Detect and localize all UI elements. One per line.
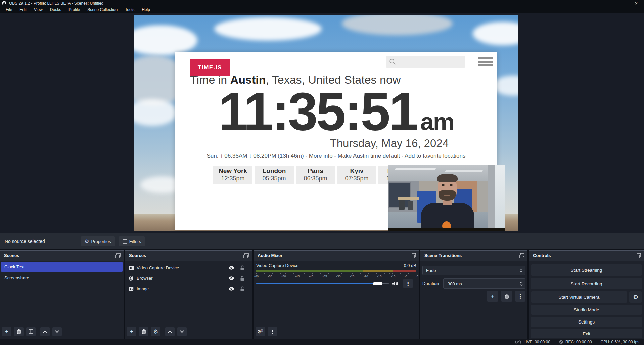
spin-up-icon[interactable] <box>520 281 523 283</box>
move-scene-up-button[interactable] <box>40 327 50 336</box>
audio-mixer-toolbar: ⚙⚙ ⋮ <box>254 325 419 339</box>
person-eye <box>442 184 445 186</box>
gear-icon: ⚙ <box>261 329 264 332</box>
mixer-menu-button[interactable]: ⋮ <box>268 327 277 336</box>
move-source-down-button[interactable] <box>177 327 187 336</box>
start-virtual-camera-button[interactable]: Start Virtual Camera <box>531 291 627 303</box>
chevron-up-icon <box>520 268 522 270</box>
move-scene-down-button[interactable] <box>52 327 62 336</box>
maximize-button[interactable] <box>613 0 629 6</box>
popout-icon[interactable] <box>519 253 525 259</box>
source-row-browser[interactable]: Browser <box>125 273 252 283</box>
start-recording-button[interactable]: Start Recording <box>531 278 642 289</box>
popout-icon[interactable] <box>243 253 249 259</box>
studio-mode-button[interactable]: Studio Mode <box>531 305 642 315</box>
popout-icon[interactable] <box>115 253 121 259</box>
menu-profile[interactable]: Profile <box>65 6 84 13</box>
volume-slider-track[interactable] <box>256 283 389 284</box>
source-toolbar: No source selected ⚙ Properties Filters <box>0 233 644 249</box>
rec-status: REC: 00:00:00 <box>559 340 592 344</box>
maximize-icon <box>619 2 623 5</box>
menu-file[interactable]: File <box>2 6 16 13</box>
preview-canvas[interactable]: TIME.IS Time in Austin, Texas, United St… <box>134 15 518 231</box>
menu-scene-collection[interactable]: Scene Collection <box>84 6 121 13</box>
scene-item-clock-test[interactable]: Clock Test <box>1 262 123 272</box>
search-icon <box>389 58 396 66</box>
add-source-button[interactable]: + <box>127 327 136 336</box>
menu-tools[interactable]: Tools <box>121 6 138 13</box>
virtual-camera-config-button[interactable]: ⚙ <box>629 291 642 303</box>
sources-dock: Sources Video Capture Device Browser Ima… <box>125 250 252 339</box>
dots-vertical-icon: ⋮ <box>270 329 275 335</box>
add-scene-button[interactable]: + <box>2 327 11 336</box>
mixer-channel-menu-button[interactable]: ⋮ <box>403 279 413 288</box>
transition-menu-button[interactable]: ⋮ <box>515 291 525 302</box>
dots-vertical-icon: ⋮ <box>518 293 523 300</box>
volume-slider[interactable] <box>256 282 389 286</box>
scenes-dock-title: Scenes <box>4 253 19 258</box>
menu-docks[interactable]: Docks <box>46 6 65 13</box>
audio-mixer-dock: Audio Mixer Video Capture Device 0.0 dB … <box>254 250 419 339</box>
stream-inactive-icon <box>515 340 521 344</box>
trash-icon <box>142 329 146 334</box>
concrete-pillar <box>488 165 495 231</box>
filter-icon <box>123 239 127 244</box>
transition-select[interactable]: Fade <box>422 266 525 275</box>
obs-window: OBS 29.1.2 - Profile: LLHLS BETA - Scene… <box>0 0 644 345</box>
source-row-video-capture[interactable]: Video Capture Device <box>125 263 252 273</box>
duration-spinbox[interactable]: 300 ms <box>443 278 525 289</box>
make-default-link: Make Austin time default <box>338 153 400 159</box>
chevron-up-icon <box>168 330 172 333</box>
filters-button[interactable]: Filters <box>119 236 145 246</box>
popout-icon[interactable] <box>410 253 416 259</box>
city-box: Paris06:35pm <box>296 166 335 184</box>
menu-edit[interactable]: Edit <box>16 6 30 13</box>
sun-info-line: Sun: ↑ 06:35AM ↓ 08:20PM (13h 46m) - Mor… <box>175 153 497 159</box>
exit-button[interactable]: Exit <box>531 329 642 338</box>
scene-filters-button[interactable] <box>26 327 36 336</box>
status-bar: LIVE: 00:00:00 REC: 00:00:00 CPU: 0.6%, … <box>0 339 644 345</box>
properties-button[interactable]: ⚙ Properties <box>81 236 115 246</box>
duration-label: Duration <box>422 281 439 286</box>
bright-window <box>495 165 505 231</box>
plus-icon: + <box>5 329 8 335</box>
menu-view[interactable]: View <box>30 6 46 13</box>
move-source-up-button[interactable] <box>165 327 175 336</box>
audio-mixer-header: Audio Mixer <box>254 251 419 261</box>
dots-vertical-icon: ⋮ <box>405 281 411 287</box>
controls-header: Controls <box>529 251 644 261</box>
scene-item-screenshare[interactable]: Screenshare <box>1 273 123 283</box>
menu-bar: File Edit View Docks Profile Scene Colle… <box>0 6 644 13</box>
live-status: LIVE: 00:00:00 <box>515 340 550 344</box>
mixer-channel-name: Video Capture Device <box>256 263 298 268</box>
add-transition-button[interactable]: + <box>487 291 498 302</box>
remove-source-button[interactable] <box>139 327 148 336</box>
cloud <box>214 17 322 41</box>
volume-meter <box>256 270 416 272</box>
source-properties-button[interactable]: ⚙ <box>151 327 160 336</box>
remove-transition-button[interactable] <box>501 291 512 302</box>
lock-icon[interactable] <box>240 276 244 281</box>
lock-icon[interactable] <box>240 265 244 270</box>
webcam-bottom-bar <box>388 228 505 231</box>
settings-button[interactable]: Settings <box>531 317 642 327</box>
lock-icon[interactable] <box>240 286 244 291</box>
eye-icon[interactable] <box>228 266 234 270</box>
volume-slider-handle[interactable] <box>373 282 382 285</box>
city-box: London05:35pm <box>255 166 294 184</box>
start-streaming-button[interactable]: Start Streaming <box>531 264 642 276</box>
remove-scene-button[interactable] <box>14 327 24 336</box>
gear-icon: ⚙ <box>153 328 158 335</box>
eye-icon[interactable] <box>228 276 234 281</box>
menu-help[interactable]: Help <box>138 6 154 13</box>
popout-icon[interactable] <box>635 253 641 259</box>
close-button[interactable]: × <box>629 0 644 6</box>
minimize-button[interactable] <box>598 0 613 6</box>
spin-down-icon[interactable] <box>520 284 523 286</box>
source-row-image[interactable]: Image <box>125 284 252 294</box>
advanced-audio-button[interactable]: ⚙⚙ <box>256 327 265 336</box>
eye-icon[interactable] <box>228 287 234 291</box>
obs-logo-icon <box>2 1 6 5</box>
speaker-icon[interactable] <box>392 281 398 286</box>
image-icon <box>129 287 134 291</box>
